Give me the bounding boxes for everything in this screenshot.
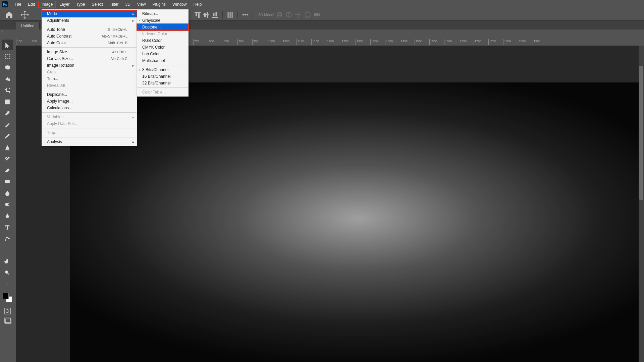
ruler-tick: 1200 [326, 39, 341, 45]
menu-item-label: CMYK Color [142, 45, 165, 50]
lasso-tool[interactable] [2, 62, 13, 73]
menu-item-variables[interactable]: Variables [42, 114, 137, 120]
menu-item-label: Duotone... [142, 25, 161, 29]
menu-shortcut: Shift+Ctrl+B [108, 41, 127, 45]
menu-item-apply-image[interactable]: Apply Image... [42, 98, 137, 105]
crop-tool[interactable] [2, 85, 13, 96]
svg-rect-21 [228, 12, 229, 18]
menu-item-label: Apply Data Set... [47, 121, 77, 126]
mode-submenu: Bitmap...✓GrayscaleDuotone...Indexed Col… [137, 9, 189, 97]
menu-window[interactable]: Window [169, 1, 190, 8]
home-icon[interactable] [5, 10, 13, 19]
menu-item-calculations[interactable]: Calculations... [42, 105, 137, 111]
menu-item-trap[interactable]: Trap... [42, 129, 137, 136]
menu-item-apply-data-set[interactable]: Apply Data Set... [42, 120, 137, 127]
eraser-tool[interactable] [2, 165, 13, 176]
svg-point-26 [247, 14, 248, 15]
hand-tool[interactable] [2, 256, 13, 267]
menu-help[interactable]: Help [190, 1, 205, 8]
menu-item-trim[interactable]: Trim... [42, 75, 137, 82]
ruler-tick: 1350 [370, 39, 385, 45]
move-tool[interactable] [2, 40, 13, 50]
menu-item-8-bits-channel[interactable]: ✓8 Bits/Channel [137, 66, 189, 73]
document-tab[interactable]: Untitled [16, 22, 40, 29]
menu-file[interactable]: File [11, 1, 24, 8]
menu-item-duplicate[interactable]: Duplicate... [42, 91, 137, 98]
distribute-v-icon[interactable] [226, 11, 234, 19]
healing-tool[interactable] [2, 119, 13, 130]
menu-layer[interactable]: Layer [56, 1, 73, 8]
menu-edit[interactable]: Edit [24, 1, 38, 8]
menu-item-auto-color[interactable]: Auto ColorShift+Ctrl+B [42, 40, 137, 46]
menu-item-label: Indexed Color [142, 32, 167, 36]
menu-item-adjustments[interactable]: Adjustments [42, 17, 137, 24]
frame-tool[interactable] [2, 97, 13, 107]
menu-item-duotone[interactable]: Duotone... [137, 24, 189, 31]
menu-item-mode[interactable]: Mode [42, 10, 137, 17]
quick-select-tool[interactable] [2, 74, 13, 84]
menu-item-crop[interactable]: Crop [42, 69, 137, 75]
menu-item-32-bits-channel[interactable]: 32 Bits/Channel [137, 80, 189, 86]
pen-tool[interactable] [2, 210, 13, 221]
check-icon: ✓ [138, 19, 141, 22]
menu-item-label: 8 Bits/Channel [142, 67, 168, 72]
menu-filter[interactable]: Filter [106, 1, 122, 8]
menu-item-rgb-color[interactable]: RGB Color [137, 37, 189, 44]
menu-select[interactable]: Select [88, 1, 106, 8]
menu-3d[interactable]: 3D [122, 1, 133, 8]
menu-item-analysis[interactable]: Analysis [42, 138, 137, 145]
path-tool[interactable] [2, 233, 13, 244]
zoom-tool[interactable] [2, 267, 13, 278]
more-tool[interactable] [2, 279, 13, 290]
menu-item-image-size[interactable]: Image Size...Alt+Ctrl+I [42, 49, 137, 55]
menu-item-indexed-color[interactable]: Indexed Color [137, 31, 189, 37]
marquee-tool[interactable] [2, 51, 13, 62]
expand-panel-icon[interactable]: » [1, 29, 3, 33]
menu-item-canvas-size[interactable]: Canvas Size...Alt+Ctrl+C [42, 55, 137, 62]
menu-item-grayscale[interactable]: ✓Grayscale [137, 17, 189, 24]
gradient-tool[interactable] [2, 176, 13, 187]
menu-item-auto-tone[interactable]: Auto ToneShift+Ctrl+L [42, 26, 137, 33]
scrollbar-thumb[interactable] [639, 66, 643, 200]
svg-rect-18 [212, 17, 218, 18]
line-tool[interactable] [2, 245, 13, 255]
align-center-v-icon[interactable] [202, 11, 210, 19]
menu-item-color-table[interactable]: Color Table... [137, 89, 189, 96]
menu-item-multichannel[interactable]: Multichannel [137, 57, 189, 64]
eyedropper-tool[interactable] [2, 108, 13, 119]
more-options-icon[interactable] [241, 11, 249, 19]
vertical-scrollbar[interactable] [639, 46, 644, 362]
menu-item-lab-color[interactable]: Lab Color [137, 51, 189, 57]
align-bottom-icon[interactable] [211, 11, 219, 19]
blur-tool[interactable] [2, 188, 13, 198]
align-top-icon[interactable] [194, 11, 202, 19]
ruler-tick: 1250 [341, 39, 356, 45]
dodge-tool[interactable] [2, 199, 13, 210]
menu-item-cmyk-color[interactable]: CMYK Color [137, 44, 189, 51]
color-swatches[interactable] [3, 293, 12, 302]
ruler-tick: 1800 [503, 39, 518, 45]
menu-item-bitmap[interactable]: Bitmap... [137, 10, 189, 17]
foreground-color[interactable] [3, 293, 9, 299]
menu-type[interactable]: Type [73, 1, 88, 8]
menu-plugins[interactable]: Plugins [149, 1, 169, 8]
menu-item-image-rotation[interactable]: Image Rotation [42, 62, 137, 69]
screen-mode-icon[interactable] [3, 316, 11, 324]
move-tool-indicator[interactable] [20, 10, 29, 19]
menu-item-auto-contrast[interactable]: Auto ContrastAlt+Shift+Ctrl+L [42, 33, 137, 40]
history-brush-tool[interactable] [2, 154, 13, 164]
quick-mask-icon[interactable] [3, 307, 11, 315]
app-icon: Ps [2, 1, 8, 7]
menu-item-reveal-all[interactable]: Reveal All [42, 82, 137, 89]
separator [222, 11, 223, 18]
menu-view[interactable]: View [134, 1, 149, 8]
stamp-tool[interactable] [2, 142, 13, 153]
menu-item-16-bits-channel[interactable]: 16 Bits/Channel [137, 73, 189, 80]
ruler-tick: 1700 [474, 39, 488, 45]
menubar: Ps FileEditImageLayerTypeSelectFilter3DV… [0, 0, 644, 9]
menu-shortcut: Alt+Ctrl+C [110, 57, 127, 61]
ruler-tick: 150 [16, 39, 31, 45]
brush-tool[interactable] [2, 131, 13, 141]
menu-image[interactable]: Image [38, 1, 56, 8]
type-tool[interactable] [2, 222, 13, 233]
